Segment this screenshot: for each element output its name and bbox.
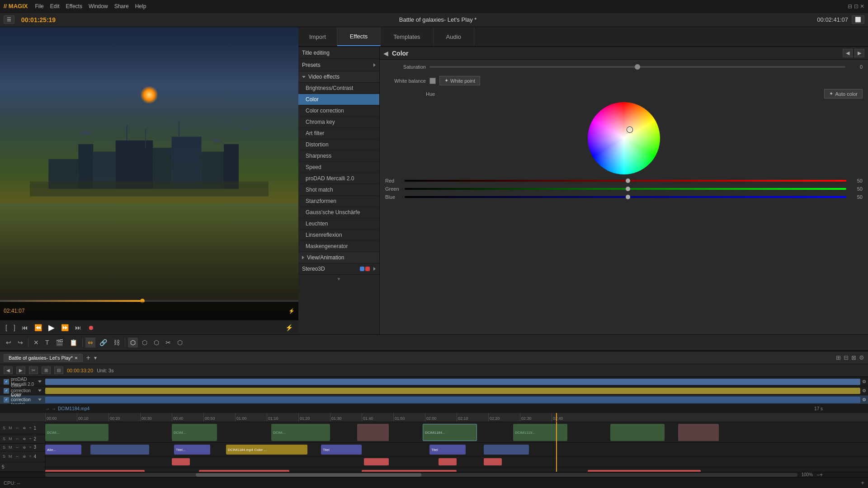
tl-cut-btn[interactable]: ✂ bbox=[29, 366, 38, 374]
track-clip-1a[interactable]: DCIM... bbox=[45, 424, 108, 441]
add-track-btn[interactable]: + bbox=[861, 479, 864, 486]
panel-back-btn[interactable]: ◀ bbox=[383, 50, 388, 57]
tab-import[interactable]: Import bbox=[298, 27, 337, 46]
track-clip-audio-1[interactable]: sound2.WAV bbox=[45, 470, 145, 472]
saturation-slider[interactable] bbox=[429, 66, 845, 68]
tl-copy-btn[interactable]: ⊞ bbox=[42, 366, 51, 374]
tab-audio[interactable]: Audio bbox=[434, 27, 474, 46]
kf-track-color-level[interactable] bbox=[45, 386, 860, 395]
menu-effects[interactable]: Effects bbox=[66, 3, 82, 9]
auto-color-btn[interactable]: ✦ Auto color bbox=[824, 89, 863, 99]
preview-quality-btn[interactable]: ⚡ bbox=[283, 323, 295, 332]
blue-slider[interactable] bbox=[405, 196, 846, 198]
track-clip-2d[interactable]: DCIM1184.mp4 Color ... bbox=[226, 445, 307, 455]
menu-file[interactable]: File bbox=[35, 3, 43, 9]
color-wheel-container[interactable] bbox=[385, 102, 863, 174]
color-wheel-cursor[interactable] bbox=[627, 127, 632, 132]
track-clip-2f[interactable]: Titel bbox=[429, 445, 466, 455]
kf-track-color-angle[interactable] bbox=[45, 395, 860, 404]
track-clip-audio-4[interactable]: sound2.WAV bbox=[588, 470, 701, 472]
list-view-btn[interactable]: ⊟ bbox=[844, 354, 849, 361]
track-expand-1[interactable]: ↔ bbox=[14, 425, 20, 431]
media-btn[interactable]: 🎬 bbox=[53, 338, 66, 347]
maximize-btn[interactable]: ⬜ bbox=[852, 15, 864, 24]
panel-prev-btn[interactable]: ◀ bbox=[843, 49, 853, 57]
snap-btn[interactable]: ⇔ bbox=[85, 338, 95, 347]
color-wheel[interactable] bbox=[588, 102, 660, 174]
track-solo-1[interactable]: S bbox=[2, 425, 6, 431]
kf-check-color-angle[interactable]: ✓ bbox=[4, 397, 9, 403]
kf-track-prodad[interactable] bbox=[45, 377, 860, 386]
text-btn[interactable]: T bbox=[43, 338, 52, 347]
copy-btn[interactable]: 📋 bbox=[67, 338, 80, 347]
ripple-btn[interactable]: ⬡ bbox=[175, 338, 185, 347]
kf-settings-btn-3[interactable]: ⚙ bbox=[860, 397, 868, 402]
track-solo-4[interactable]: S bbox=[2, 454, 6, 459]
kf-settings-btn[interactable]: ⚙ bbox=[860, 379, 868, 384]
compact-view-btn[interactable]: ⊠ bbox=[851, 354, 856, 361]
track-mute-3[interactable]: M bbox=[8, 445, 13, 450]
delete-btn[interactable]: ✕ bbox=[31, 338, 41, 347]
settings-view-btn[interactable]: ⚙ bbox=[859, 354, 864, 361]
effect-linsen[interactable]: Linsenreflexion bbox=[298, 230, 379, 241]
track-clip-1f[interactable]: DCIM1119... bbox=[513, 424, 567, 441]
effect-color[interactable]: Color bbox=[298, 94, 379, 105]
effect-prodad[interactable]: proDAD Mercalli 2.0 bbox=[298, 173, 379, 184]
title-editing-item[interactable]: Title editing bbox=[298, 47, 379, 59]
menu-window[interactable]: Window bbox=[89, 3, 108, 9]
menu-share[interactable]: Share bbox=[114, 3, 129, 9]
track-clip-2a[interactable]: Alie... bbox=[45, 445, 81, 455]
next-btn[interactable]: ⏩ bbox=[59, 323, 71, 332]
track-mute-4[interactable]: M bbox=[8, 454, 13, 459]
track-solo-2[interactable]: S bbox=[2, 436, 6, 441]
track-clip-audio-2[interactable]: sound2.WAV bbox=[199, 470, 289, 472]
track-clip-2g[interactable] bbox=[484, 445, 529, 455]
tl-back-btn[interactable]: ◀ bbox=[4, 366, 13, 374]
playhead[interactable] bbox=[556, 413, 557, 422]
effect-stanzformen[interactable]: Stanzformen bbox=[298, 196, 379, 207]
track-clip-1b[interactable]: DCIM... bbox=[172, 424, 217, 441]
mark-in-btn[interactable]: [ bbox=[4, 323, 9, 332]
mark-out-btn[interactable]: ] bbox=[12, 323, 17, 332]
tab-templates[interactable]: Templates bbox=[381, 27, 433, 46]
next-marker-btn[interactable]: ⏭ bbox=[73, 323, 83, 332]
effect-masken[interactable]: Maskengenerator bbox=[298, 241, 379, 252]
effect-brightness[interactable]: Brightness/Contrast bbox=[298, 83, 379, 94]
prev-btn[interactable]: ⏪ bbox=[33, 323, 44, 332]
hamburger-btn[interactable]: ☰ bbox=[4, 15, 14, 24]
track-clip-1e[interactable]: DCIM1184... bbox=[423, 424, 477, 441]
effect-chroma-key[interactable]: Chroma key bbox=[298, 117, 379, 128]
file-link[interactable]: DCIM1184.mp4 bbox=[58, 406, 90, 411]
track-mute-1[interactable]: M bbox=[8, 425, 13, 431]
kf-settings-btn-2[interactable]: ⚙ bbox=[860, 388, 868, 393]
effect-gauss[interactable]: Gauss'sche Unschärfe bbox=[298, 207, 379, 218]
project-tab-main[interactable]: Battle of galaxies- Let's Play* × bbox=[4, 354, 83, 362]
project-tab-close[interactable]: × bbox=[75, 355, 77, 361]
tab-effects[interactable]: Effects bbox=[337, 27, 381, 46]
panel-next-btn[interactable]: ▶ bbox=[854, 49, 864, 57]
track-clip-3d[interactable] bbox=[484, 458, 502, 465]
track-clip-3a[interactable] bbox=[172, 458, 190, 465]
effect-sharpness[interactable]: Sharpness bbox=[298, 150, 379, 162]
grid-view-btn[interactable]: ⊞ bbox=[836, 354, 841, 361]
timeline-scrollbar[interactable]: 100% − + bbox=[0, 472, 868, 477]
undo-btn[interactable]: ↩ bbox=[4, 338, 14, 347]
tl-trim-btn[interactable]: ⊟ bbox=[54, 366, 63, 374]
red-slider[interactable] bbox=[405, 180, 846, 182]
unlink-btn[interactable]: ⛓ bbox=[111, 338, 122, 347]
effect-distortion[interactable]: Distortion bbox=[298, 139, 379, 150]
track-clip-audio-3[interactable]: sound2.WAV bbox=[362, 470, 457, 472]
play-btn[interactable]: ▶ bbox=[47, 322, 57, 333]
effect-color-correction[interactable]: Color correction bbox=[298, 105, 379, 117]
wb-swatch[interactable] bbox=[429, 78, 436, 84]
menu-help[interactable]: Help bbox=[135, 3, 146, 9]
view-animation-header[interactable]: View/Animation bbox=[298, 252, 379, 263]
video-effects-header[interactable]: Video effects bbox=[298, 71, 379, 83]
menu-edit[interactable]: Edit bbox=[50, 3, 60, 9]
prev-marker-btn[interactable]: ⏮ bbox=[20, 323, 30, 332]
track-mute-2[interactable]: M bbox=[8, 436, 13, 441]
add-project-btn[interactable]: + bbox=[85, 354, 92, 362]
presets-item[interactable]: Presets bbox=[298, 59, 379, 71]
track-clip-2c[interactable]: Titel... bbox=[174, 445, 210, 455]
effect-shot-match[interactable]: Shot match bbox=[298, 184, 379, 196]
